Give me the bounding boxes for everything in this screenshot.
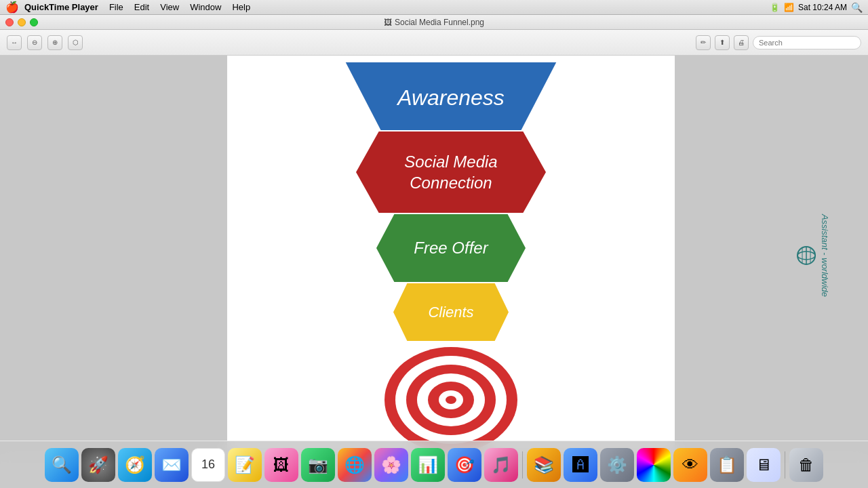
main-canvas: Awareness Social Media Connection Free O… bbox=[227, 56, 675, 455]
svg-point-6 bbox=[446, 396, 456, 404]
app-name[interactable]: QuickTime Player bbox=[24, 2, 98, 12]
search-input[interactable] bbox=[753, 36, 861, 49]
dock-mail[interactable]: ✉️ bbox=[155, 448, 189, 482]
dock-appstore[interactable]: 🅰 bbox=[564, 448, 597, 482]
apple-menu[interactable]: 🍎 bbox=[5, 1, 19, 14]
dock-calendar[interactable]: 16 bbox=[191, 448, 225, 482]
toolbar-btn-4[interactable]: ⬡ bbox=[68, 35, 83, 50]
battery-icon: 🔋 bbox=[770, 3, 780, 12]
dock-launchpad[interactable]: 🚀 bbox=[81, 448, 115, 482]
target-diagram bbox=[383, 346, 519, 454]
menu-view[interactable]: View bbox=[160, 2, 179, 12]
spotlight-icon[interactable]: 🔍 bbox=[851, 2, 863, 13]
window-title: 🖼 Social Media Funnel.png bbox=[384, 18, 484, 27]
dock-finder[interactable]: 🔍 bbox=[45, 448, 79, 482]
toolbar-btn-1[interactable]: ↔ bbox=[7, 35, 22, 50]
dock-safari[interactable]: 🧭 bbox=[118, 448, 152, 482]
edit-button[interactable]: ✏ bbox=[696, 35, 711, 50]
dock-trash[interactable]: 🗑 bbox=[789, 448, 823, 482]
menu-help[interactable]: Help bbox=[232, 2, 250, 12]
share-button[interactable]: ⬆ bbox=[715, 35, 730, 50]
dock-ppt[interactable]: 📋 bbox=[710, 448, 744, 482]
free-offer-label: Free Offer bbox=[414, 239, 488, 258]
side-branding: Assistant - worldwide bbox=[796, 214, 830, 297]
toolbar-right: ✏ ⬆ 🖨 bbox=[696, 35, 861, 50]
menu-window[interactable]: Window bbox=[190, 2, 221, 12]
title-text: Social Media Funnel.png bbox=[395, 18, 484, 27]
dock-preview[interactable]: 👁 bbox=[673, 448, 707, 482]
dock-chrome[interactable]: 🌐 bbox=[338, 448, 372, 482]
dock-keynote[interactable]: 🎯 bbox=[448, 448, 481, 482]
free-offer-segment: Free Offer bbox=[376, 214, 526, 282]
dock-facetime[interactable]: 📷 bbox=[301, 448, 335, 482]
toolbar-btn-3[interactable]: ⊕ bbox=[47, 35, 62, 50]
system-time: Sat 10:24 AM bbox=[798, 3, 847, 12]
toolbar-btn-2[interactable]: ⊖ bbox=[27, 35, 42, 50]
dock-system-settings[interactable]: ⚙️ bbox=[600, 448, 634, 482]
menu-edit[interactable]: Edit bbox=[134, 2, 149, 12]
content-area: Awareness Social Media Connection Free O… bbox=[0, 56, 868, 455]
dock-separator-2 bbox=[785, 451, 785, 479]
clients-label: Clients bbox=[428, 304, 473, 321]
minimize-button[interactable] bbox=[18, 18, 26, 26]
menu-file[interactable]: File bbox=[109, 2, 123, 12]
clients-segment: Clients bbox=[393, 283, 509, 341]
dock-photos[interactable]: 🌸 bbox=[374, 448, 408, 482]
left-panel bbox=[0, 56, 227, 455]
dock-imac[interactable]: 🖥 bbox=[747, 448, 781, 482]
file-icon: 🖼 bbox=[384, 18, 392, 27]
menubar: 🍎 QuickTime Player File Edit View Window… bbox=[0, 0, 868, 15]
close-button[interactable] bbox=[5, 18, 14, 26]
dock-photos-viewer[interactable]: 🖼 bbox=[264, 448, 298, 482]
awareness-label: Awareness bbox=[397, 82, 505, 110]
maximize-button[interactable] bbox=[30, 18, 38, 26]
dock-books[interactable]: 📚 bbox=[527, 448, 561, 482]
titlebar: 🖼 Social Media Funnel.png bbox=[0, 15, 868, 30]
toolbar: ↔ ⊖ ⊕ ⬡ ✏ ⬆ 🖨 bbox=[0, 30, 868, 56]
print-button[interactable]: 🖨 bbox=[734, 35, 749, 50]
dock-colorpicker[interactable] bbox=[637, 448, 671, 482]
dock: 🔍 🚀 🧭 ✉️ 16 📝 🖼 📷 🌐 🌸 📊 🎯 🎵 📚 🅰 ⚙️ 👁 📋 🖥… bbox=[0, 441, 868, 488]
menu-items: File Edit View Window Help bbox=[109, 2, 250, 12]
brand-text: Assistant - worldwide bbox=[820, 214, 830, 297]
awareness-segment: Awareness bbox=[334, 62, 568, 130]
social-media-segment: Social Media Connection bbox=[356, 131, 546, 213]
quicktime-window: 🖼 Social Media Funnel.png ↔ ⊖ ⊕ ⬡ ✏ ⬆ 🖨 … bbox=[0, 15, 868, 488]
brand-globe-icon bbox=[796, 245, 816, 266]
dock-separator bbox=[522, 451, 523, 479]
dock-notes[interactable]: 📝 bbox=[228, 448, 262, 482]
window-controls bbox=[5, 18, 38, 26]
funnel-diagram: Awareness Social Media Connection Free O… bbox=[227, 62, 675, 454]
bullseye-svg bbox=[383, 346, 519, 454]
social-media-label: Social Media Connection bbox=[404, 151, 497, 193]
dock-music[interactable]: 🎵 bbox=[484, 448, 518, 482]
wifi-icon: 📶 bbox=[784, 3, 794, 12]
dock-numbers[interactable]: 📊 bbox=[411, 448, 445, 482]
menubar-right: 🔋 📶 Sat 10:24 AM 🔍 bbox=[770, 0, 863, 15]
right-panel: Assistant - worldwide bbox=[675, 56, 868, 455]
